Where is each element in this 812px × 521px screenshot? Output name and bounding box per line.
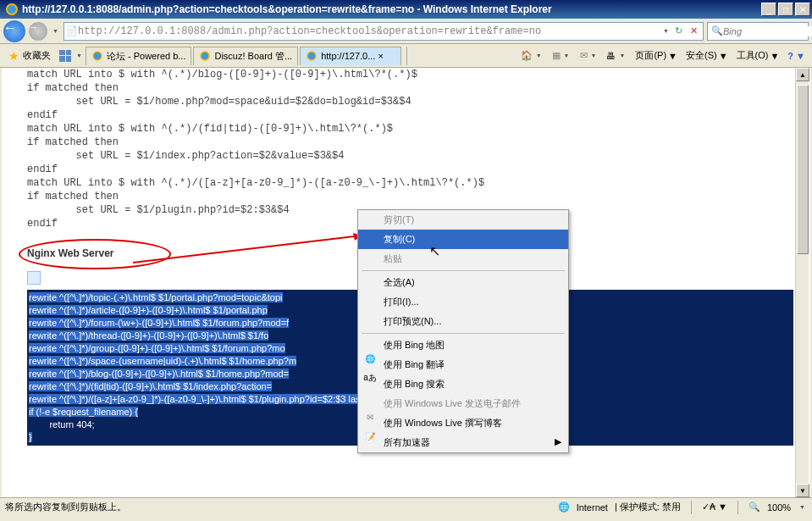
status-bar: 将所选内容复制到剪贴板上。 🌐 Internet | 保护模式: 禁用 ✓₳ ▼… — [0, 497, 812, 516]
menu-item[interactable]: 使用 Bing 地图🌐 — [358, 335, 568, 355]
submenu-arrow: ▶ — [555, 436, 561, 447]
menu-item[interactable]: 使用 Bing 搜索 — [358, 374, 568, 394]
context-menu: 剪切(T)复制(C)粘贴全选(A)打印(I)...打印预览(N)...使用 Bi… — [357, 209, 569, 453]
tools-menu[interactable]: 工具(O) ▼ — [733, 47, 783, 64]
popout-icon[interactable] — [27, 271, 41, 285]
tab-label: http://127.0... × — [321, 51, 384, 61]
annotation-oval — [19, 239, 171, 269]
zoom-dropdown[interactable]: ▼ — [798, 504, 807, 510]
zone-label: Internet — [577, 502, 608, 513]
title-bar: http://127.0.0.1:8088/admin.php?action=c… — [0, 0, 812, 19]
ie-icon — [306, 50, 318, 62]
ie-icon — [5, 3, 19, 16]
svg-point-2 — [201, 52, 209, 60]
tab-2[interactable]: Discuz! Board 管... — [193, 47, 298, 65]
menu-separator — [362, 270, 565, 271]
forward-button[interactable]: → — [29, 22, 47, 41]
tab-bar: ★ 收藏夹 ▼ 论坛 - Powered b... Discuz! Board … — [0, 44, 812, 68]
window-buttons: _ □ ✕ — [761, 3, 810, 16]
vertical-scrollbar[interactable]: ▲ ▼ — [795, 68, 809, 497]
content-area: match URL into $ with ^(.*)/blog-([0-9]+… — [0, 68, 812, 497]
menu-item: 使用 Windows Live 发送电子邮件✉ — [358, 394, 568, 413]
menu-item[interactable]: 全选(A) — [358, 273, 568, 292]
divider — [406, 47, 407, 65]
maximize-button[interactable]: □ — [778, 3, 793, 16]
svg-point-0 — [7, 4, 17, 14]
safety-menu[interactable]: 安全(S) ▼ — [682, 47, 732, 64]
help-button[interactable]: ? ▼ — [784, 49, 809, 63]
protected-mode: | 保护模式: 禁用 — [615, 501, 681, 513]
navigation-bar: ← → ▼ 📄 ▼ ↻ ✕ 🔍 ▼ — [0, 19, 812, 44]
tab-label: Discuz! Board 管... — [214, 50, 292, 63]
ie-icon — [199, 50, 211, 62]
tab-3-active[interactable]: http://127.0... × — [300, 47, 401, 65]
star-icon: ★ — [8, 49, 19, 63]
window-title: http://127.0.0.1:8088/admin.php?action=c… — [22, 3, 761, 15]
url-input[interactable] — [78, 25, 661, 37]
svg-point-1 — [93, 52, 102, 60]
favorites-label: 收藏夹 — [23, 49, 51, 62]
menu-item[interactable]: 所有加速器▶ — [358, 433, 568, 452]
menu-item[interactable]: 复制(C) — [358, 230, 568, 249]
zone-button[interactable]: ✓₳ ▼ — [702, 502, 727, 513]
tabs-dropdown[interactable]: ▼ — [75, 53, 84, 58]
mouse-cursor: ↖ — [429, 243, 440, 259]
close-button[interactable]: ✕ — [795, 3, 810, 16]
isapi-rewrite-code[interactable]: match URL into $ with ^(.*)/blog-([0-9]+… — [27, 68, 793, 230]
search-input[interactable] — [723, 26, 812, 36]
history-dropdown[interactable]: ▼ — [51, 28, 60, 34]
favorites-button[interactable]: ★ 收藏夹 — [3, 47, 56, 64]
status-right: 🌐 Internet | 保护模式: 禁用 ✓₳ ▼ 🔍 100% ▼ — [558, 501, 807, 514]
menu-item: 粘贴 — [358, 249, 568, 269]
search-icon: 🔍 — [711, 25, 723, 36]
menu-item[interactable]: 打印(I)... — [358, 292, 568, 312]
tab-1[interactable]: 论坛 - Powered b... — [86, 47, 192, 65]
page-icon: 📄 — [66, 25, 78, 36]
mail-button[interactable]: ✉▼ — [577, 48, 602, 63]
menu-separator — [362, 333, 565, 334]
scroll-down-button[interactable]: ▼ — [796, 484, 809, 497]
minimize-button[interactable]: _ — [761, 3, 776, 16]
scroll-up-button[interactable]: ▲ — [796, 68, 809, 81]
refresh-button[interactable]: ↻ — [671, 24, 686, 39]
menu-item[interactable]: 使用 Windows Live 撰写博客📝 — [358, 413, 568, 433]
zoom-level[interactable]: 100% — [767, 502, 791, 513]
menu-item: 剪切(T) — [358, 210, 568, 230]
address-bar[interactable]: 📄 ▼ ↻ ✕ — [64, 22, 704, 41]
feeds-button[interactable]: ▦▼ — [549, 48, 575, 63]
zoom-icon[interactable]: 🔍 — [748, 502, 760, 513]
tab-label: 论坛 - Powered b... — [107, 50, 186, 63]
status-text: 将所选内容复制到剪贴板上。 — [5, 501, 126, 513]
svg-point-3 — [307, 52, 316, 60]
search-bar[interactable]: 🔍 ▼ — [707, 22, 809, 41]
globe-icon: 🌐 — [558, 502, 570, 513]
print-button[interactable]: 🖶▼ — [603, 49, 630, 63]
back-button[interactable]: ← — [3, 20, 25, 42]
menu-item[interactable]: 使用 Bing 翻译aあ — [358, 355, 568, 374]
menu-item[interactable]: 打印预览(N)... — [358, 312, 568, 331]
quick-tabs-button[interactable] — [58, 48, 73, 64]
divider — [737, 501, 738, 514]
command-toolbar: 🏠▼ ▦▼ ✉▼ 🖶▼ 页面(P) ▼ 安全(S) ▼ 工具(O) ▼ ? ▼ — [517, 47, 809, 64]
stop-button[interactable]: ✕ — [686, 24, 701, 39]
divider — [691, 501, 692, 514]
page-menu[interactable]: 页面(P) ▼ — [632, 47, 681, 64]
ie-icon — [91, 50, 103, 62]
url-dropdown[interactable]: ▼ — [661, 28, 671, 34]
scroll-thumb[interactable] — [797, 85, 809, 254]
home-button[interactable]: 🏠▼ — [517, 48, 547, 63]
